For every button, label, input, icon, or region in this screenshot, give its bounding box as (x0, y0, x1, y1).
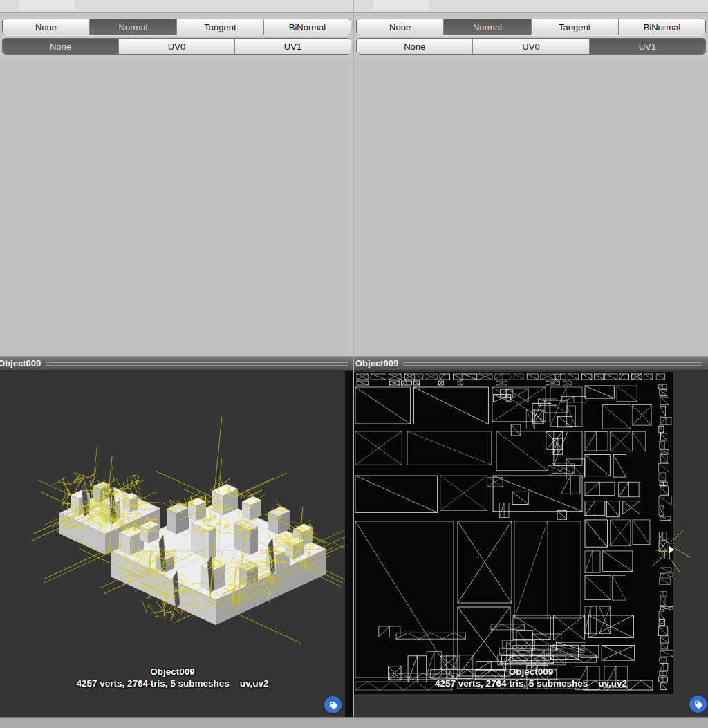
toolbar-left: None Normal Tangent BiNormal None UV0 UV… (0, 13, 353, 57)
tab-remnant (373, 0, 429, 10)
mode-none-button[interactable]: None (3, 19, 90, 35)
uv-wireframe-render (354, 372, 673, 694)
toolbar-right: None Normal Tangent BiNormal None UV0 UV… (354, 13, 708, 57)
normals-mode-group-right: None Normal Tangent BiNormal (356, 19, 706, 35)
upper-viewport-left[interactable] (0, 57, 353, 356)
mesh-caption: Object009 4257 verts, 2764 tris, 5 subme… (0, 666, 345, 689)
panel-left-3d: None Normal Tangent BiNormal None UV0 UV… (0, 0, 353, 717)
normals-mode-group-left: None Normal Tangent BiNormal (2, 19, 351, 35)
uv1-button[interactable]: UV1 (235, 39, 351, 54)
mode-binormal-button[interactable]: BiNormal (264, 19, 351, 35)
mode-normal-button[interactable]: Normal (444, 19, 531, 35)
window-top-strip (354, 0, 708, 13)
uv-preview[interactable]: Object009 4257 verts, 2764 tris, 5 subme… (354, 371, 708, 717)
mode-normal-button[interactable]: Normal (90, 19, 177, 35)
panel-right-uv: None Normal Tangent BiNormal None UV0 UV… (353, 0, 708, 717)
object-title: Object009 (355, 358, 398, 368)
mesh-3d-render (0, 371, 345, 717)
caption-title: Object009 (354, 666, 708, 678)
tag-icon (693, 699, 703, 709)
object-foldout-header-left[interactable]: Object009 (0, 356, 353, 371)
uv-none-button[interactable]: None (3, 39, 119, 54)
caption-stats: 4257 verts, 2764 tris, 5 submeshes uv,uv… (354, 678, 708, 689)
uv-none-button[interactable]: None (357, 39, 473, 54)
uv-caption: Object009 4257 verts, 2764 tris, 5 subme… (354, 666, 708, 689)
mode-none-button[interactable]: None (357, 19, 444, 35)
object-title: Object009 (0, 358, 41, 368)
window-bottom-strip (0, 717, 708, 728)
uv0-button[interactable]: UV0 (119, 39, 235, 54)
upper-viewport-right[interactable] (354, 57, 708, 356)
caption-stats: 4257 verts, 2764 tris, 5 submeshes uv,uv… (0, 678, 345, 689)
uv-channel-group-right: None UV0 UV1 (356, 38, 706, 55)
tag-icon (328, 700, 338, 710)
uv-channel-group-left: None UV0 UV1 (2, 38, 351, 55)
uv0-button[interactable]: UV0 (473, 39, 589, 54)
window-top-strip (0, 0, 353, 13)
tab-remnant (19, 0, 75, 10)
asset-label-button[interactable] (324, 696, 342, 713)
caption-title: Object009 (0, 666, 345, 678)
mesh-inspector-panels: None Normal Tangent BiNormal None UV0 UV… (0, 0, 708, 717)
mode-tangent-button[interactable]: Tangent (177, 19, 264, 35)
uv1-button[interactable]: UV1 (590, 39, 705, 54)
asset-label-button[interactable] (689, 696, 707, 713)
mesh-preview-3d[interactable]: Object009 4257 verts, 2764 tris, 5 subme… (0, 371, 353, 717)
mode-tangent-button[interactable]: Tangent (532, 19, 619, 35)
header-separator-lines (46, 362, 348, 366)
mode-binormal-button[interactable]: BiNormal (619, 19, 705, 35)
object-foldout-header-right[interactable]: Object009 (354, 356, 708, 371)
header-separator-lines (403, 362, 702, 366)
